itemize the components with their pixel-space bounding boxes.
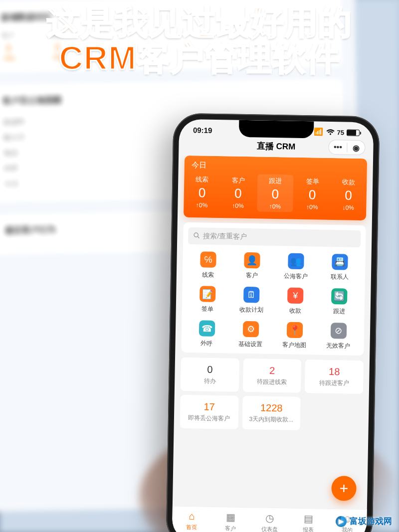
metric-value: 0 — [294, 187, 331, 203]
search-icon — [193, 232, 200, 240]
grid-label: 公海客户 — [284, 272, 308, 281]
today-metric[interactable]: 客户 0 ↑0% — [220, 174, 257, 211]
tab-icon: ▦ — [226, 511, 235, 523]
grid-item-客户[interactable]: 👤 客户 — [231, 252, 273, 280]
metric-value: 0 — [184, 185, 220, 201]
metric-label: 收款 — [331, 177, 367, 187]
bg-section2-title: 客户丢公海提醒 — [2, 89, 332, 107]
tab-label: 客户 — [225, 525, 236, 532]
signal-icon: 📶 — [314, 127, 323, 136]
search-placeholder: 搜索/查重客户 — [203, 232, 247, 242]
stat-card[interactable]: 2 待跟进线索 — [243, 358, 302, 393]
grid-item-无效客户[interactable]: ⊘ 无效客户 — [318, 323, 359, 351]
metric-pct: ↑0% — [220, 202, 256, 209]
today-summary-card[interactable]: 今日 线索 0 ↑0%客户 0 ↑0%跟进 0 ↑0%签单 0 ↑0%收款 0 — [184, 156, 367, 220]
app-title: 直播 CRM — [257, 140, 296, 152]
tab-icon: ◷ — [265, 512, 274, 524]
grid-item-基础设置[interactable]: ⚙ 基础设置 — [230, 321, 271, 349]
grid-icon: 📝 — [200, 286, 216, 302]
svg-point-0 — [194, 232, 198, 236]
phone-notch — [239, 120, 314, 139]
grid-label: 客户地图 — [282, 341, 306, 350]
headline-overlay: 这是我见过最好用的 CRM客户管理软件 — [0, 4, 399, 76]
grid-label: 收款计划 — [239, 306, 263, 315]
stat-card[interactable]: 17 即将丢公海客户 — [180, 395, 239, 429]
titlebar: 直播 CRM ••• ◉ — [179, 136, 374, 159]
metric-label: 线索 — [184, 175, 220, 184]
grid-item-签单[interactable]: 📝 签单 — [187, 286, 228, 314]
stat-card[interactable]: 0 待办 — [181, 357, 239, 392]
stat-label: 待办 — [184, 376, 236, 386]
battery-text: 75 — [337, 129, 344, 136]
tab-报表[interactable]: ▤ 报表 — [289, 509, 328, 532]
tab-label: 仪表盘 — [261, 525, 277, 532]
battery-icon — [347, 129, 360, 136]
tab-客户[interactable]: ▦ 客户 — [211, 507, 250, 532]
status-time: 09:19 — [193, 126, 212, 135]
stat-label: 待跟进线索 — [246, 377, 298, 387]
today-metric[interactable]: 线索 0 ↑0% — [184, 173, 220, 211]
watermark: ▶ 富坂游戏网 — [336, 516, 392, 527]
grid-label: 联系人 — [331, 273, 349, 282]
grid-label: 收款 — [289, 307, 301, 315]
tab-icon: ⌂ — [189, 511, 195, 522]
grid-item-客户地图[interactable]: 📍 客户地图 — [274, 322, 315, 350]
stat-value: 17 — [183, 401, 235, 413]
stat-label: 3天内到期收款... — [245, 415, 297, 424]
metric-value: 0 — [330, 187, 367, 203]
today-metric[interactable]: 收款 0 ↓0% — [330, 176, 367, 213]
function-card: 搜索/查重客户 ℅ 线索👤 客户👥 公海客户📇 联系人📝 签单🗓 收款计划¥ 收… — [181, 222, 366, 355]
grid-icon: ℅ — [200, 251, 216, 268]
metric-pct: ↑0% — [294, 203, 330, 211]
svg-line-1 — [198, 236, 200, 238]
search-input[interactable]: 搜索/查重客户 — [188, 227, 361, 247]
grid-item-联系人[interactable]: 📇 联系人 — [319, 254, 361, 282]
metric-label: 客户 — [220, 176, 257, 185]
tab-首页[interactable]: ⌂ 首页 — [172, 507, 211, 532]
close-circle-icon[interactable]: ◉ — [347, 143, 365, 153]
grid-icon: 📍 — [287, 322, 303, 338]
grid-label: 基础设置 — [238, 340, 262, 349]
stat-value: 2 — [246, 364, 298, 377]
grid-icon: ⚙ — [243, 321, 259, 338]
grid-item-外呼[interactable]: ☎ 外呼 — [186, 320, 227, 348]
grid-label: 外呼 — [200, 339, 212, 348]
grid-label: 线索 — [202, 271, 214, 279]
phone-screen: 09:19 📶 75 直播 CRM ••• ◉ 今日 线索 — [172, 119, 374, 532]
grid-item-收款计划[interactable]: 🗓 收款计划 — [231, 287, 272, 315]
stat-value: 0 — [184, 363, 236, 376]
grid-item-收款[interactable]: ¥ 收款 — [275, 287, 316, 315]
metric-pct: ↓0% — [330, 204, 367, 211]
tab-label: 报表 — [303, 526, 314, 532]
today-metric[interactable]: 跟进 0 ↑0% — [257, 174, 294, 212]
grid-item-线索[interactable]: ℅ 线索 — [188, 251, 229, 279]
miniprogram-capsule[interactable]: ••• ◉ — [328, 140, 366, 155]
grid-icon: ¥ — [287, 288, 304, 304]
stat-label: 即将丢公海客户 — [183, 414, 235, 423]
grid-label: 客户 — [246, 271, 258, 280]
wifi-icon — [326, 129, 334, 135]
grid-icon: 🗓 — [243, 287, 260, 303]
grid-label: 跟进 — [333, 307, 345, 316]
today-metric[interactable]: 签单 0 ↑0% — [294, 175, 331, 213]
metric-label: 签单 — [294, 177, 331, 186]
metric-pct: ↑0% — [257, 202, 293, 210]
grid-icon: ☎ — [199, 320, 215, 337]
tab-label: 首页 — [186, 524, 197, 531]
tab-仪表盘[interactable]: ◷ 仪表盘 — [250, 508, 289, 532]
grid-item-跟进[interactable]: 🔄 跟进 — [319, 288, 360, 316]
watermark-icon: ▶ — [336, 516, 347, 527]
grid-icon: 🔄 — [331, 288, 348, 305]
stat-value: 1228 — [245, 402, 298, 414]
metric-label: 跟进 — [257, 176, 294, 185]
more-icon[interactable]: ••• — [329, 143, 347, 152]
stat-label: 待跟进客户 — [308, 378, 360, 388]
stat-value: 18 — [308, 365, 361, 378]
grid-item-公海客户[interactable]: 👥 公海客户 — [275, 253, 317, 281]
grid-label: 签单 — [201, 305, 213, 313]
stat-card[interactable]: 1228 3天内到期收款... — [242, 396, 301, 430]
tab-label: 我的 — [342, 526, 353, 532]
phone-frame: 09:19 📶 75 直播 CRM ••• ◉ 今日 线索 — [166, 113, 380, 532]
metric-pct: ↑0% — [184, 201, 220, 209]
stat-card[interactable]: 18 待跟进客户 — [305, 359, 364, 394]
